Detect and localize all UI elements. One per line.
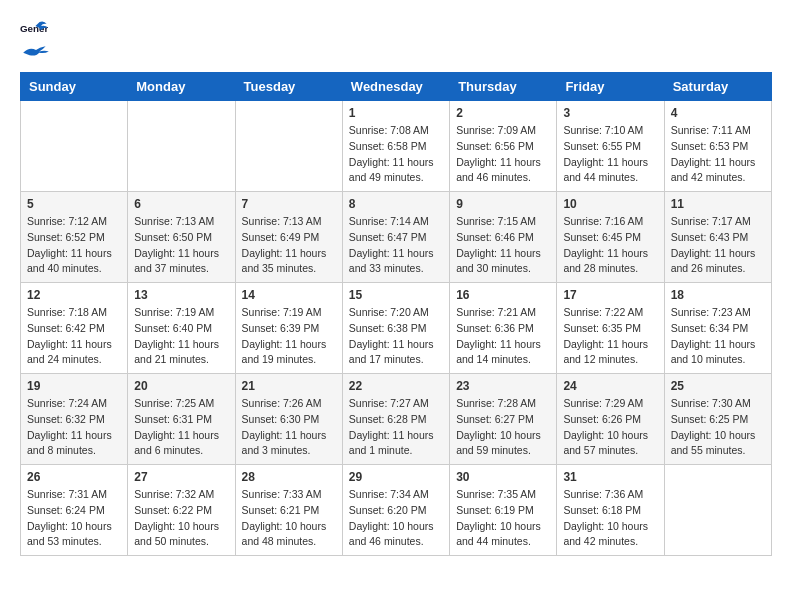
week-row-3: 12Sunrise: 7:18 AM Sunset: 6:42 PM Dayli… <box>21 283 772 374</box>
day-info: Sunrise: 7:14 AM Sunset: 6:47 PM Dayligh… <box>349 214 443 277</box>
day-cell: 25Sunrise: 7:30 AM Sunset: 6:25 PM Dayli… <box>664 374 771 465</box>
day-cell: 2Sunrise: 7:09 AM Sunset: 6:56 PM Daylig… <box>450 101 557 192</box>
header-friday: Friday <box>557 73 664 101</box>
day-info: Sunrise: 7:13 AM Sunset: 6:50 PM Dayligh… <box>134 214 228 277</box>
day-cell: 29Sunrise: 7:34 AM Sunset: 6:20 PM Dayli… <box>342 465 449 556</box>
day-number: 26 <box>27 470 121 484</box>
day-number: 4 <box>671 106 765 120</box>
day-info: Sunrise: 7:13 AM Sunset: 6:49 PM Dayligh… <box>242 214 336 277</box>
header-tuesday: Tuesday <box>235 73 342 101</box>
day-info: Sunrise: 7:12 AM Sunset: 6:52 PM Dayligh… <box>27 214 121 277</box>
day-number: 21 <box>242 379 336 393</box>
day-number: 15 <box>349 288 443 302</box>
day-info: Sunrise: 7:34 AM Sunset: 6:20 PM Dayligh… <box>349 487 443 550</box>
day-number: 28 <box>242 470 336 484</box>
calendar-table: SundayMondayTuesdayWednesdayThursdayFrid… <box>20 72 772 556</box>
day-info: Sunrise: 7:20 AM Sunset: 6:38 PM Dayligh… <box>349 305 443 368</box>
day-info: Sunrise: 7:28 AM Sunset: 6:27 PM Dayligh… <box>456 396 550 459</box>
day-number: 31 <box>563 470 657 484</box>
day-info: Sunrise: 7:11 AM Sunset: 6:53 PM Dayligh… <box>671 123 765 186</box>
day-info: Sunrise: 7:09 AM Sunset: 6:56 PM Dayligh… <box>456 123 550 186</box>
page-header: General <box>20 20 772 62</box>
day-cell: 27Sunrise: 7:32 AM Sunset: 6:22 PM Dayli… <box>128 465 235 556</box>
day-number: 7 <box>242 197 336 211</box>
day-info: Sunrise: 7:15 AM Sunset: 6:46 PM Dayligh… <box>456 214 550 277</box>
day-cell: 26Sunrise: 7:31 AM Sunset: 6:24 PM Dayli… <box>21 465 128 556</box>
day-info: Sunrise: 7:31 AM Sunset: 6:24 PM Dayligh… <box>27 487 121 550</box>
day-info: Sunrise: 7:08 AM Sunset: 6:58 PM Dayligh… <box>349 123 443 186</box>
day-info: Sunrise: 7:18 AM Sunset: 6:42 PM Dayligh… <box>27 305 121 368</box>
logo-icon: General <box>20 20 48 42</box>
day-cell: 6Sunrise: 7:13 AM Sunset: 6:50 PM Daylig… <box>128 192 235 283</box>
day-cell: 28Sunrise: 7:33 AM Sunset: 6:21 PM Dayli… <box>235 465 342 556</box>
day-number: 12 <box>27 288 121 302</box>
day-number: 2 <box>456 106 550 120</box>
day-cell: 23Sunrise: 7:28 AM Sunset: 6:27 PM Dayli… <box>450 374 557 465</box>
day-number: 14 <box>242 288 336 302</box>
day-cell: 21Sunrise: 7:26 AM Sunset: 6:30 PM Dayli… <box>235 374 342 465</box>
day-number: 19 <box>27 379 121 393</box>
day-cell: 24Sunrise: 7:29 AM Sunset: 6:26 PM Dayli… <box>557 374 664 465</box>
day-cell: 9Sunrise: 7:15 AM Sunset: 6:46 PM Daylig… <box>450 192 557 283</box>
day-cell: 11Sunrise: 7:17 AM Sunset: 6:43 PM Dayli… <box>664 192 771 283</box>
bird-icon <box>20 44 52 62</box>
day-info: Sunrise: 7:22 AM Sunset: 6:35 PM Dayligh… <box>563 305 657 368</box>
day-cell: 4Sunrise: 7:11 AM Sunset: 6:53 PM Daylig… <box>664 101 771 192</box>
day-info: Sunrise: 7:19 AM Sunset: 6:40 PM Dayligh… <box>134 305 228 368</box>
week-row-5: 26Sunrise: 7:31 AM Sunset: 6:24 PM Dayli… <box>21 465 772 556</box>
day-info: Sunrise: 7:33 AM Sunset: 6:21 PM Dayligh… <box>242 487 336 550</box>
day-cell: 30Sunrise: 7:35 AM Sunset: 6:19 PM Dayli… <box>450 465 557 556</box>
header-sunday: Sunday <box>21 73 128 101</box>
day-info: Sunrise: 7:32 AM Sunset: 6:22 PM Dayligh… <box>134 487 228 550</box>
day-cell <box>21 101 128 192</box>
header-wednesday: Wednesday <box>342 73 449 101</box>
day-info: Sunrise: 7:29 AM Sunset: 6:26 PM Dayligh… <box>563 396 657 459</box>
logo: General <box>20 20 54 62</box>
day-number: 30 <box>456 470 550 484</box>
day-cell: 31Sunrise: 7:36 AM Sunset: 6:18 PM Dayli… <box>557 465 664 556</box>
day-info: Sunrise: 7:19 AM Sunset: 6:39 PM Dayligh… <box>242 305 336 368</box>
day-cell: 14Sunrise: 7:19 AM Sunset: 6:39 PM Dayli… <box>235 283 342 374</box>
day-cell: 18Sunrise: 7:23 AM Sunset: 6:34 PM Dayli… <box>664 283 771 374</box>
day-number: 27 <box>134 470 228 484</box>
day-number: 22 <box>349 379 443 393</box>
day-number: 29 <box>349 470 443 484</box>
day-number: 3 <box>563 106 657 120</box>
week-row-2: 5Sunrise: 7:12 AM Sunset: 6:52 PM Daylig… <box>21 192 772 283</box>
day-info: Sunrise: 7:17 AM Sunset: 6:43 PM Dayligh… <box>671 214 765 277</box>
day-number: 8 <box>349 197 443 211</box>
day-info: Sunrise: 7:35 AM Sunset: 6:19 PM Dayligh… <box>456 487 550 550</box>
day-info: Sunrise: 7:30 AM Sunset: 6:25 PM Dayligh… <box>671 396 765 459</box>
day-info: Sunrise: 7:21 AM Sunset: 6:36 PM Dayligh… <box>456 305 550 368</box>
day-info: Sunrise: 7:23 AM Sunset: 6:34 PM Dayligh… <box>671 305 765 368</box>
day-cell: 7Sunrise: 7:13 AM Sunset: 6:49 PM Daylig… <box>235 192 342 283</box>
day-info: Sunrise: 7:36 AM Sunset: 6:18 PM Dayligh… <box>563 487 657 550</box>
header-thursday: Thursday <box>450 73 557 101</box>
day-cell: 10Sunrise: 7:16 AM Sunset: 6:45 PM Dayli… <box>557 192 664 283</box>
day-number: 6 <box>134 197 228 211</box>
day-number: 25 <box>671 379 765 393</box>
day-cell <box>235 101 342 192</box>
day-cell: 15Sunrise: 7:20 AM Sunset: 6:38 PM Dayli… <box>342 283 449 374</box>
day-info: Sunrise: 7:24 AM Sunset: 6:32 PM Dayligh… <box>27 396 121 459</box>
day-cell: 12Sunrise: 7:18 AM Sunset: 6:42 PM Dayli… <box>21 283 128 374</box>
day-number: 23 <box>456 379 550 393</box>
day-info: Sunrise: 7:27 AM Sunset: 6:28 PM Dayligh… <box>349 396 443 459</box>
header-saturday: Saturday <box>664 73 771 101</box>
day-info: Sunrise: 7:26 AM Sunset: 6:30 PM Dayligh… <box>242 396 336 459</box>
calendar-header-row: SundayMondayTuesdayWednesdayThursdayFrid… <box>21 73 772 101</box>
week-row-4: 19Sunrise: 7:24 AM Sunset: 6:32 PM Dayli… <box>21 374 772 465</box>
day-number: 24 <box>563 379 657 393</box>
day-number: 10 <box>563 197 657 211</box>
day-cell: 5Sunrise: 7:12 AM Sunset: 6:52 PM Daylig… <box>21 192 128 283</box>
day-cell <box>128 101 235 192</box>
day-cell: 8Sunrise: 7:14 AM Sunset: 6:47 PM Daylig… <box>342 192 449 283</box>
day-number: 16 <box>456 288 550 302</box>
day-number: 13 <box>134 288 228 302</box>
header-monday: Monday <box>128 73 235 101</box>
day-cell: 22Sunrise: 7:27 AM Sunset: 6:28 PM Dayli… <box>342 374 449 465</box>
day-cell: 13Sunrise: 7:19 AM Sunset: 6:40 PM Dayli… <box>128 283 235 374</box>
day-number: 17 <box>563 288 657 302</box>
week-row-1: 1Sunrise: 7:08 AM Sunset: 6:58 PM Daylig… <box>21 101 772 192</box>
day-number: 11 <box>671 197 765 211</box>
